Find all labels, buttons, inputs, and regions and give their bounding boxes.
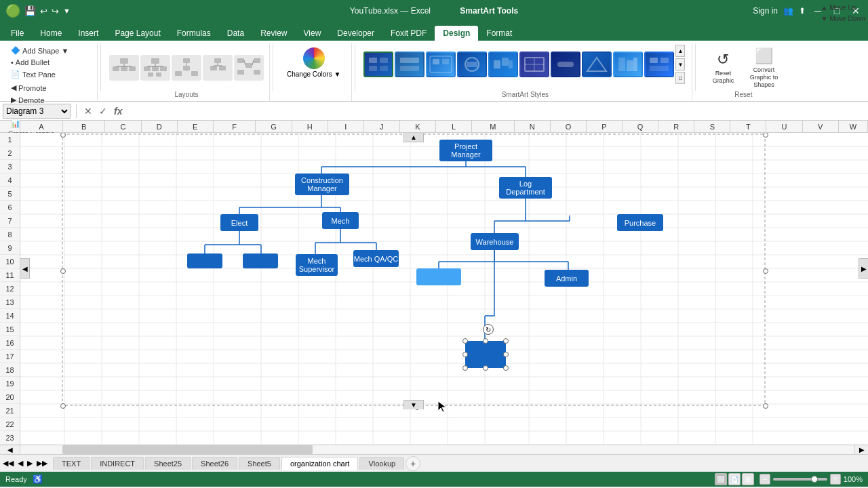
- org-box-selected[interactable]: [465, 341, 506, 368]
- layout-swatch-2[interactable]: [140, 55, 170, 81]
- sheet-nav-left[interactable]: ◀◀: [3, 459, 14, 468]
- sel-handle-br[interactable]: [503, 365, 509, 371]
- layout-swatch-1[interactable]: [109, 55, 139, 81]
- style-swatch-8[interactable]: [582, 52, 612, 77]
- left-collapse-button[interactable]: ◀: [20, 258, 30, 279]
- tab-insert[interactable]: Insert: [70, 26, 106, 41]
- move-down-button[interactable]: ▼ Move Down: [818, 14, 868, 24]
- org-box-mech-supervisor[interactable]: Mech Supervisor: [296, 254, 338, 276]
- col-header-a[interactable]: A: [20, 121, 63, 132]
- org-box-small-2[interactable]: [243, 253, 278, 268]
- sheet-tab-sheet25[interactable]: Sheet25: [145, 457, 191, 470]
- name-box[interactable]: Diagram 3: [3, 104, 71, 119]
- sheet-nav-right[interactable]: ▶▶: [37, 459, 47, 468]
- row-13[interactable]: 13: [0, 296, 20, 309]
- org-box-construction-manager[interactable]: Construction Manager: [295, 174, 349, 195]
- right-collapse-button[interactable]: ▶: [859, 258, 868, 279]
- col-header-b[interactable]: B: [63, 121, 106, 132]
- add-sheet-button[interactable]: +: [406, 456, 420, 471]
- row-17[interactable]: 17: [0, 350, 20, 363]
- sheet-tab-text[interactable]: TEXT: [53, 457, 90, 470]
- sheet-nav-next[interactable]: ▶: [27, 459, 33, 468]
- tab-data[interactable]: Data: [219, 26, 252, 41]
- col-header-u[interactable]: U: [766, 121, 802, 132]
- col-header-v[interactable]: V: [803, 121, 839, 132]
- org-box-purchase[interactable]: Purchase: [617, 214, 663, 231]
- convert-button[interactable]: ⬜ ConvertGraphic toShapes: [745, 45, 783, 91]
- tab-file[interactable]: File: [3, 26, 32, 41]
- row-9[interactable]: 9: [0, 241, 20, 255]
- col-header-q[interactable]: Q: [623, 121, 658, 132]
- col-header-p[interactable]: P: [587, 121, 623, 132]
- sheet-tab-sheet26[interactable]: Sheet26: [192, 457, 237, 470]
- row-15[interactable]: 15: [0, 323, 20, 336]
- sel-handle-tr[interactable]: [503, 338, 509, 344]
- col-header-i[interactable]: I: [328, 121, 364, 132]
- style-swatch-2[interactable]: [395, 52, 425, 77]
- col-header-f[interactable]: F: [214, 121, 256, 132]
- handle-top-left[interactable]: [60, 133, 66, 138]
- row-20[interactable]: 20: [0, 390, 20, 404]
- sel-handle-tm[interactable]: [483, 338, 488, 344]
- text-pane-button[interactable]: 📄 Text Pane: [8, 68, 92, 80]
- col-header-j[interactable]: J: [364, 121, 400, 132]
- col-header-r[interactable]: R: [658, 121, 694, 132]
- row-16[interactable]: 16: [0, 336, 20, 350]
- styles-scroll-down[interactable]: ▼: [675, 58, 685, 70]
- promote-button[interactable]: ◀ Promote: [8, 82, 50, 94]
- tab-formulas[interactable]: Formulas: [169, 26, 219, 41]
- tab-format[interactable]: Format: [478, 26, 520, 41]
- org-box-project-manager[interactable]: Project Manager: [439, 140, 492, 161]
- row-19[interactable]: 19: [0, 377, 20, 390]
- col-header-t[interactable]: T: [730, 121, 766, 132]
- org-box-warehouse[interactable]: Warehouse: [471, 233, 519, 250]
- zoom-thumb[interactable]: [811, 476, 818, 483]
- col-header-k[interactable]: K: [400, 121, 436, 132]
- page-break-view-btn[interactable]: ⊞: [742, 473, 754, 485]
- top-collapse-button[interactable]: ▲: [403, 133, 424, 142]
- org-box-empty-1[interactable]: [416, 268, 461, 285]
- org-box-mech-qaqc[interactable]: Mech QA/QC: [353, 250, 399, 267]
- sel-handle-ml[interactable]: [462, 352, 468, 357]
- sel-handle-tl[interactable]: [462, 338, 468, 344]
- row-5[interactable]: 5: [0, 187, 20, 201]
- org-box-small-1[interactable]: [187, 253, 222, 268]
- horizontal-scrollbar[interactable]: ◀ ▶: [0, 445, 868, 454]
- style-swatch-10[interactable]: [644, 52, 674, 77]
- style-swatch-7[interactable]: [551, 52, 580, 77]
- undo-icon[interactable]: ↩: [40, 6, 47, 16]
- col-header-o[interactable]: O: [551, 121, 587, 132]
- col-header-l[interactable]: L: [436, 121, 472, 132]
- row-23[interactable]: 23: [0, 431, 20, 445]
- org-box-admin[interactable]: Admin: [545, 270, 589, 287]
- sel-handle-bm[interactable]: [483, 365, 488, 371]
- row-3[interactable]: 3: [0, 160, 20, 174]
- layout-swatch-5[interactable]: [234, 55, 264, 81]
- add-bullet-button[interactable]: • Add Bullet: [8, 57, 92, 68]
- row-22[interactable]: 22: [0, 418, 20, 431]
- rotation-handle[interactable]: ↻: [483, 324, 494, 335]
- ribbon-collapse-icon[interactable]: ⬆: [799, 6, 806, 16]
- col-header-c[interactable]: C: [105, 121, 141, 132]
- redo-icon[interactable]: ↪: [52, 6, 59, 16]
- tab-foxit[interactable]: Foxit PDF: [382, 26, 435, 41]
- style-swatch-3[interactable]: [426, 52, 456, 77]
- col-header-e[interactable]: E: [178, 121, 214, 132]
- layout-swatch-4[interactable]: [203, 55, 233, 81]
- handle-top-right[interactable]: [763, 133, 768, 138]
- style-swatch-4[interactable]: [457, 52, 487, 77]
- col-header-w[interactable]: W: [839, 121, 868, 132]
- sheet-nav-prev[interactable]: ◀: [18, 459, 23, 468]
- scroll-track[interactable]: [20, 445, 854, 454]
- col-header-g[interactable]: G: [256, 121, 292, 132]
- sheet-tab-vlookup[interactable]: Vlookup: [359, 457, 404, 470]
- row-12[interactable]: 12: [0, 282, 20, 296]
- handle-mid-left[interactable]: [60, 268, 66, 274]
- reset-graphic-button[interactable]: ↺ ResetGraphic: [704, 45, 742, 91]
- handle-bot-right[interactable]: [763, 403, 768, 409]
- cancel-formula-icon[interactable]: ✕: [82, 106, 94, 117]
- styles-scroll-more[interactable]: □: [675, 72, 685, 84]
- confirm-formula-icon[interactable]: ✓: [97, 106, 109, 117]
- sheet-tab-indirect[interactable]: INDIRECT: [91, 457, 144, 470]
- row-18[interactable]: 18: [0, 363, 20, 377]
